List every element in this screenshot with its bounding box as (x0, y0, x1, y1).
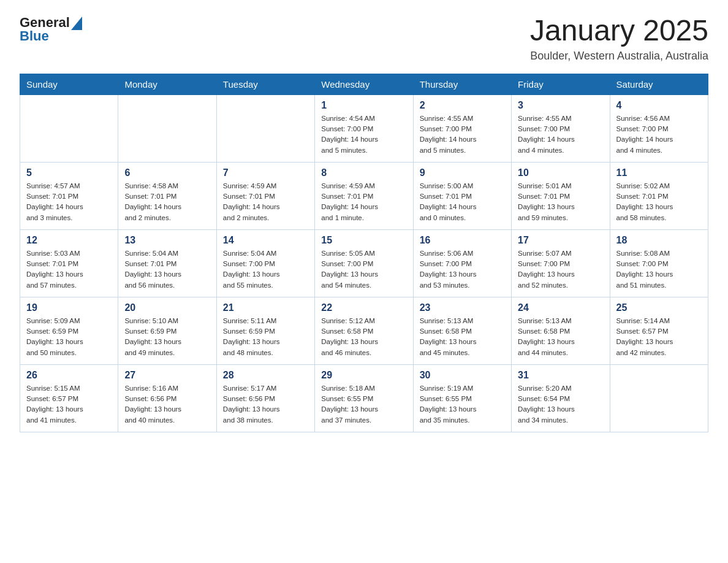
day-number: 13 (124, 235, 210, 246)
calendar-cell: 28Sunrise: 5:17 AM Sunset: 6:56 PM Dayli… (216, 364, 314, 432)
day-info: Sunrise: 5:04 AM Sunset: 7:01 PM Dayligh… (124, 248, 210, 291)
calendar-cell: 18Sunrise: 5:08 AM Sunset: 7:00 PM Dayli… (610, 229, 708, 297)
weekday-header-sunday: Sunday (20, 74, 118, 94)
day-info: Sunrise: 5:00 AM Sunset: 7:01 PM Dayligh… (420, 181, 505, 223)
calendar-cell: 8Sunrise: 4:59 AM Sunset: 7:01 PM Daylig… (315, 162, 413, 229)
day-number: 24 (518, 302, 603, 313)
day-number: 6 (124, 167, 210, 178)
calendar-cell: 5Sunrise: 4:57 AM Sunset: 7:01 PM Daylig… (20, 162, 118, 229)
day-info: Sunrise: 4:55 AM Sunset: 7:00 PM Dayligh… (518, 113, 603, 156)
day-info: Sunrise: 4:59 AM Sunset: 7:01 PM Dayligh… (321, 181, 406, 223)
weekday-header-monday: Monday (118, 74, 216, 94)
day-info: Sunrise: 5:04 AM Sunset: 7:00 PM Dayligh… (223, 248, 308, 291)
logo-blue-text: Blue (20, 28, 49, 44)
day-info: Sunrise: 5:03 AM Sunset: 7:01 PM Dayligh… (26, 248, 112, 291)
day-number: 22 (321, 302, 406, 313)
calendar-cell: 15Sunrise: 5:05 AM Sunset: 7:00 PM Dayli… (315, 229, 413, 297)
calendar-week-row: 12Sunrise: 5:03 AM Sunset: 7:01 PM Dayli… (20, 229, 708, 297)
calendar-cell: 12Sunrise: 5:03 AM Sunset: 7:01 PM Dayli… (20, 229, 118, 297)
day-number: 3 (518, 100, 603, 111)
calendar-cell (216, 94, 314, 162)
calendar-week-row: 5Sunrise: 4:57 AM Sunset: 7:01 PM Daylig… (20, 162, 708, 229)
weekday-header-wednesday: Wednesday (315, 74, 413, 94)
calendar-week-row: 19Sunrise: 5:09 AM Sunset: 6:59 PM Dayli… (20, 297, 708, 364)
logo: General Blue (20, 15, 82, 44)
calendar-table: SundayMondayTuesdayWednesdayThursdayFrid… (20, 74, 708, 432)
calendar-cell: 29Sunrise: 5:18 AM Sunset: 6:55 PM Dayli… (315, 364, 413, 432)
day-info: Sunrise: 4:59 AM Sunset: 7:01 PM Dayligh… (223, 181, 308, 223)
calendar-cell: 25Sunrise: 5:14 AM Sunset: 6:57 PM Dayli… (610, 297, 708, 364)
day-info: Sunrise: 4:54 AM Sunset: 7:00 PM Dayligh… (321, 113, 406, 156)
calendar-cell: 13Sunrise: 5:04 AM Sunset: 7:01 PM Dayli… (118, 229, 216, 297)
calendar-body: 1Sunrise: 4:54 AM Sunset: 7:00 PM Daylig… (20, 94, 708, 432)
day-number: 14 (223, 235, 308, 246)
calendar-cell: 26Sunrise: 5:15 AM Sunset: 6:57 PM Dayli… (20, 364, 118, 432)
day-info: Sunrise: 5:17 AM Sunset: 6:56 PM Dayligh… (223, 383, 308, 426)
day-info: Sunrise: 5:10 AM Sunset: 6:59 PM Dayligh… (124, 316, 210, 358)
day-info: Sunrise: 5:16 AM Sunset: 6:56 PM Dayligh… (124, 383, 210, 426)
day-number: 10 (518, 167, 603, 178)
day-info: Sunrise: 4:57 AM Sunset: 7:01 PM Dayligh… (26, 181, 112, 223)
calendar-cell: 10Sunrise: 5:01 AM Sunset: 7:01 PM Dayli… (512, 162, 610, 229)
day-info: Sunrise: 5:19 AM Sunset: 6:55 PM Dayligh… (420, 383, 505, 426)
calendar-cell: 9Sunrise: 5:00 AM Sunset: 7:01 PM Daylig… (413, 162, 511, 229)
logo-triangle-icon (71, 17, 82, 30)
day-number: 19 (26, 302, 112, 313)
calendar-cell: 3Sunrise: 4:55 AM Sunset: 7:00 PM Daylig… (512, 94, 610, 162)
day-info: Sunrise: 5:08 AM Sunset: 7:00 PM Dayligh… (616, 248, 702, 291)
day-number: 27 (124, 370, 210, 381)
day-info: Sunrise: 5:01 AM Sunset: 7:01 PM Dayligh… (518, 181, 603, 223)
calendar-cell (20, 94, 118, 162)
day-number: 5 (26, 167, 112, 178)
day-number: 28 (223, 370, 308, 381)
day-info: Sunrise: 5:06 AM Sunset: 7:00 PM Dayligh… (420, 248, 505, 291)
day-number: 8 (321, 167, 406, 178)
calendar-cell: 17Sunrise: 5:07 AM Sunset: 7:00 PM Dayli… (512, 229, 610, 297)
month-title: January 2025 (530, 15, 708, 47)
day-info: Sunrise: 4:55 AM Sunset: 7:00 PM Dayligh… (420, 113, 505, 156)
calendar-week-row: 1Sunrise: 4:54 AM Sunset: 7:00 PM Daylig… (20, 94, 708, 162)
day-info: Sunrise: 5:18 AM Sunset: 6:55 PM Dayligh… (321, 383, 406, 426)
day-info: Sunrise: 5:12 AM Sunset: 6:58 PM Dayligh… (321, 316, 406, 358)
day-info: Sunrise: 5:02 AM Sunset: 7:01 PM Dayligh… (616, 181, 702, 223)
calendar-cell: 20Sunrise: 5:10 AM Sunset: 6:59 PM Dayli… (118, 297, 216, 364)
calendar-cell: 2Sunrise: 4:55 AM Sunset: 7:00 PM Daylig… (413, 94, 511, 162)
day-info: Sunrise: 5:13 AM Sunset: 6:58 PM Dayligh… (518, 316, 603, 358)
day-info: Sunrise: 5:15 AM Sunset: 6:57 PM Dayligh… (26, 383, 112, 426)
day-number: 2 (420, 100, 505, 111)
calendar-cell: 27Sunrise: 5:16 AM Sunset: 6:56 PM Dayli… (118, 364, 216, 432)
day-info: Sunrise: 5:05 AM Sunset: 7:00 PM Dayligh… (321, 248, 406, 291)
calendar-cell (118, 94, 216, 162)
day-number: 17 (518, 235, 603, 246)
day-number: 16 (420, 235, 505, 246)
calendar-cell: 6Sunrise: 4:58 AM Sunset: 7:01 PM Daylig… (118, 162, 216, 229)
weekday-header-tuesday: Tuesday (216, 74, 314, 94)
svg-marker-0 (71, 17, 82, 30)
day-info: Sunrise: 5:09 AM Sunset: 6:59 PM Dayligh… (26, 316, 112, 358)
page-header: General Blue January 2025 Boulder, Weste… (20, 15, 708, 63)
day-number: 23 (420, 302, 505, 313)
calendar-cell: 16Sunrise: 5:06 AM Sunset: 7:00 PM Dayli… (413, 229, 511, 297)
weekday-header-saturday: Saturday (610, 74, 708, 94)
day-info: Sunrise: 5:14 AM Sunset: 6:57 PM Dayligh… (616, 316, 702, 358)
calendar-header: SundayMondayTuesdayWednesdayThursdayFrid… (20, 74, 708, 94)
day-number: 25 (616, 302, 702, 313)
day-number: 12 (26, 235, 112, 246)
weekday-header-row: SundayMondayTuesdayWednesdayThursdayFrid… (20, 74, 708, 94)
day-info: Sunrise: 5:20 AM Sunset: 6:54 PM Dayligh… (518, 383, 603, 426)
calendar-cell: 14Sunrise: 5:04 AM Sunset: 7:00 PM Dayli… (216, 229, 314, 297)
calendar-cell: 19Sunrise: 5:09 AM Sunset: 6:59 PM Dayli… (20, 297, 118, 364)
day-number: 21 (223, 302, 308, 313)
day-number: 7 (223, 167, 308, 178)
weekday-header-friday: Friday (512, 74, 610, 94)
day-info: Sunrise: 5:11 AM Sunset: 6:59 PM Dayligh… (223, 316, 308, 358)
calendar-cell: 24Sunrise: 5:13 AM Sunset: 6:58 PM Dayli… (512, 297, 610, 364)
calendar-cell: 21Sunrise: 5:11 AM Sunset: 6:59 PM Dayli… (216, 297, 314, 364)
day-info: Sunrise: 5:07 AM Sunset: 7:00 PM Dayligh… (518, 248, 603, 291)
calendar-cell: 7Sunrise: 4:59 AM Sunset: 7:01 PM Daylig… (216, 162, 314, 229)
calendar-cell (610, 364, 708, 432)
location-text: Boulder, Western Australia, Australia (530, 50, 708, 63)
day-number: 30 (420, 370, 505, 381)
day-info: Sunrise: 4:56 AM Sunset: 7:00 PM Dayligh… (616, 113, 702, 156)
day-info: Sunrise: 4:58 AM Sunset: 7:01 PM Dayligh… (124, 181, 210, 223)
